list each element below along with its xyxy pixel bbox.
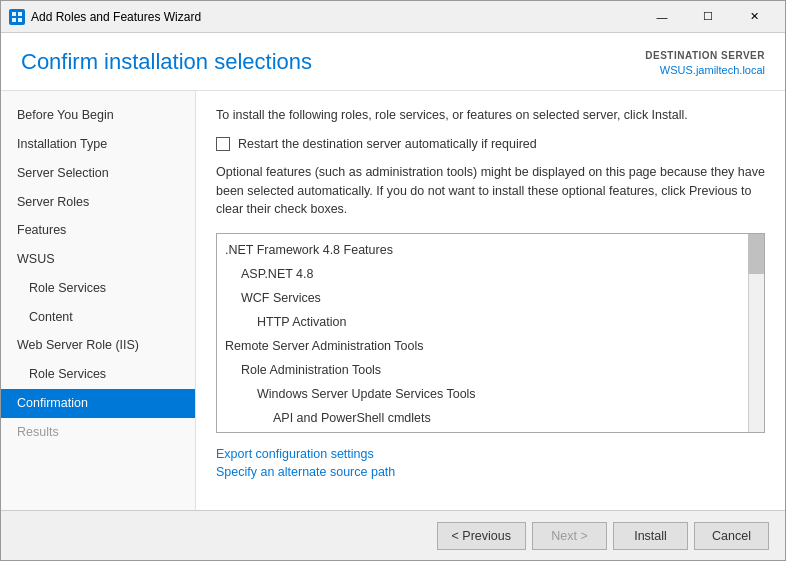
optional-text: Optional features (such as administratio…: [216, 163, 765, 219]
sidebar-item-server-selection[interactable]: Server Selection: [1, 159, 195, 188]
destination-name: WSUS.jamiltech.local: [645, 63, 765, 78]
restart-checkbox[interactable]: [216, 137, 230, 151]
destination-server-info: DESTINATION SERVER WSUS.jamiltech.local: [645, 49, 765, 78]
svg-rect-3: [18, 18, 22, 22]
window-title: Add Roles and Features Wizard: [31, 10, 639, 24]
restart-checkbox-row: Restart the destination server automatic…: [216, 137, 765, 151]
sidebar-item-results: Results: [1, 418, 195, 447]
sidebar: Before You BeginInstallation TypeServer …: [1, 91, 196, 510]
install-instruction: To install the following roles, role ser…: [216, 107, 765, 125]
feature-item: User Interface Management Console: [217, 430, 764, 433]
feature-item: WCF Services: [217, 286, 764, 310]
features-list-container[interactable]: .NET Framework 4.8 FeaturesASP.NET 4.8WC…: [216, 233, 765, 433]
window-icon: [9, 9, 25, 25]
feature-item: .NET Framework 4.8 Features: [217, 238, 764, 262]
scrollbar-thumb[interactable]: [748, 234, 764, 274]
features-list: .NET Framework 4.8 FeaturesASP.NET 4.8WC…: [217, 234, 764, 433]
links-area: Export configuration settingsSpecify an …: [216, 447, 765, 479]
install-button[interactable]: Install: [613, 522, 688, 550]
sidebar-item-role-services[interactable]: Role Services: [1, 274, 195, 303]
maximize-button[interactable]: ☐: [685, 1, 731, 33]
window-controls: — ☐ ✕: [639, 1, 777, 33]
link-export-configuration-settings[interactable]: Export configuration settings: [216, 447, 765, 461]
scrollbar-track[interactable]: [748, 234, 764, 432]
main-body: Before You BeginInstallation TypeServer …: [1, 91, 785, 510]
minimize-button[interactable]: —: [639, 1, 685, 33]
sidebar-item-installation-type[interactable]: Installation Type: [1, 130, 195, 159]
destination-label: DESTINATION SERVER: [645, 49, 765, 63]
feature-item: ASP.NET 4.8: [217, 262, 764, 286]
feature-item: API and PowerShell cmdlets: [217, 406, 764, 430]
sidebar-item-content[interactable]: Content: [1, 303, 195, 332]
svg-rect-0: [12, 12, 16, 16]
feature-item: Windows Server Update Services Tools: [217, 382, 764, 406]
restart-checkbox-label: Restart the destination server automatic…: [238, 137, 537, 151]
sidebar-item-wsus[interactable]: WSUS: [1, 245, 195, 274]
main-content: To install the following roles, role ser…: [196, 91, 785, 510]
cancel-button[interactable]: Cancel: [694, 522, 769, 550]
page-title: Confirm installation selections: [21, 49, 312, 75]
content-area: Confirm installation selections DESTINAT…: [1, 33, 785, 510]
main-window: Add Roles and Features Wizard — ☐ ✕ Conf…: [0, 0, 786, 561]
previous-button[interactable]: < Previous: [437, 522, 526, 550]
next-button[interactable]: Next >: [532, 522, 607, 550]
sidebar-item-before-you-begin[interactable]: Before You Begin: [1, 101, 195, 130]
link-specify-an-alternate-source-path[interactable]: Specify an alternate source path: [216, 465, 765, 479]
feature-item: Remote Server Administration Tools: [217, 334, 764, 358]
sidebar-item-server-roles[interactable]: Server Roles: [1, 188, 195, 217]
sidebar-item-role-services[interactable]: Role Services: [1, 360, 195, 389]
svg-rect-2: [12, 18, 16, 22]
footer: < Previous Next > Install Cancel: [1, 510, 785, 560]
feature-item: Role Administration Tools: [217, 358, 764, 382]
sidebar-item-web-server-role-iis[interactable]: Web Server Role (IIS): [1, 331, 195, 360]
header-bar: Confirm installation selections DESTINAT…: [1, 33, 785, 91]
title-bar: Add Roles and Features Wizard — ☐ ✕: [1, 1, 785, 33]
close-button[interactable]: ✕: [731, 1, 777, 33]
sidebar-item-features[interactable]: Features: [1, 216, 195, 245]
feature-item: HTTP Activation: [217, 310, 764, 334]
svg-rect-1: [18, 12, 22, 16]
sidebar-item-confirmation[interactable]: Confirmation: [1, 389, 195, 418]
